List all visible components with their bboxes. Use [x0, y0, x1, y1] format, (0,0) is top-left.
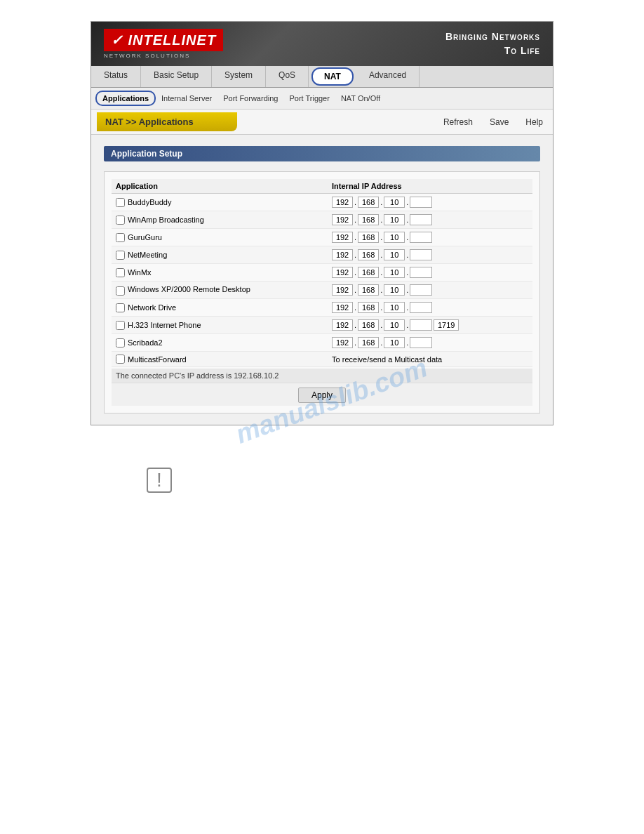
ip4-guruguru[interactable] [410, 232, 432, 243]
ip4-winamp[interactable] [410, 214, 432, 225]
checkbox-winmx[interactable] [116, 268, 125, 277]
checkbox-winxp-rd[interactable] [116, 286, 125, 296]
checkbox-winamp[interactable] [116, 216, 125, 225]
refresh-button[interactable]: Refresh [439, 116, 477, 128]
ip4-netmeeting[interactable] [410, 249, 432, 260]
help-button[interactable]: Help [521, 116, 547, 128]
tab-basic-setup[interactable]: Basic Setup [141, 66, 212, 87]
ip3-nd[interactable] [384, 302, 405, 313]
ip3-winxp[interactable] [384, 284, 405, 296]
apply-row: Apply [112, 383, 532, 406]
section-actions: Refresh Save Help [439, 116, 547, 128]
ip1-scribada2[interactable] [332, 337, 353, 348]
app-name-cell: WinAmp Broadcasting [112, 211, 328, 229]
multicast-desc: To receive/send a Multicast data [328, 352, 532, 367]
ip-cell-scribada2: . . . [328, 334, 532, 352]
app-name-cell: NetMeeting [112, 246, 328, 264]
app-name-cell: Scribada2 [112, 334, 328, 352]
ip2-winxp[interactable] [358, 284, 379, 296]
ip2-nd[interactable] [358, 302, 379, 313]
ip-cell-winxp-rd: . . . [328, 282, 532, 299]
table-row: GuruGuru . . [112, 229, 532, 246]
checkbox-netmeeting[interactable] [116, 251, 125, 260]
apply-button[interactable]: Apply [298, 388, 346, 403]
subnav-applications[interactable]: Applications [95, 91, 156, 106]
tab-qos[interactable]: QoS [266, 66, 309, 87]
ip-cell-network-drive: . . . [328, 299, 532, 317]
table-row: WinAmp Broadcasting . . [112, 211, 532, 229]
table-row: Network Drive . . [112, 299, 532, 317]
header: ✓ INTELLINET NETWORK SOLUTIONS Bringing … [91, 22, 553, 66]
subnav-internal-server[interactable]: Internal Server [156, 92, 217, 105]
ip4-scribada2[interactable] [410, 337, 432, 348]
table-row: MulticastForward To receive/send a Multi… [112, 352, 532, 367]
status-text: The connected PC's IP address is 192.168… [112, 369, 532, 383]
subnav-port-trigger[interactable]: Port Trigger [283, 92, 335, 105]
col-application: Application [112, 179, 328, 194]
ip2-winmx[interactable] [358, 267, 379, 278]
ip1-h323[interactable] [332, 319, 353, 331]
subnav-nat-onoff[interactable]: NAT On/Off [335, 92, 386, 105]
tab-status[interactable]: Status [91, 66, 141, 87]
checkbox-network-drive[interactable] [116, 303, 125, 312]
ip3-winamp[interactable] [384, 214, 405, 225]
ip2-winamp[interactable] [358, 214, 379, 225]
sub-nav: Applications Internal Server Port Forwar… [91, 88, 553, 110]
app-label-guruguru: GuruGuru [128, 233, 162, 241]
ip1-nd[interactable] [332, 302, 353, 313]
ip2-netmeeting[interactable] [358, 249, 379, 260]
ip1-guruguru[interactable] [332, 232, 353, 243]
ip4-h323[interactable] [410, 319, 432, 331]
app-name-cell: BuddyBuddy [112, 194, 328, 211]
ip1-buddybuddy[interactable] [332, 197, 353, 208]
ip-cell-buddybuddy: . . . [328, 194, 532, 211]
checkbox-h323[interactable] [116, 321, 125, 330]
app-label-winxp-rd: Windows XP/2000 Remote Desktop [128, 285, 250, 293]
ip3-guruguru[interactable] [384, 232, 405, 243]
tab-system[interactable]: System [212, 66, 266, 87]
save-button[interactable]: Save [485, 116, 513, 128]
checkbox-scribada2[interactable] [116, 338, 125, 348]
tab-nat[interactable]: NAT [311, 67, 354, 86]
app-name-cell: H.323 Internet Phone [112, 317, 328, 334]
table-row: WinMx . . [112, 264, 532, 282]
subnav-port-forwarding[interactable]: Port Forwarding [217, 92, 283, 105]
ip3-winmx[interactable] [384, 267, 405, 278]
app-label-scribada2: Scribada2 [128, 338, 163, 347]
tagline: Bringing Networks To Life [445, 30, 540, 58]
ip2-guruguru[interactable] [358, 232, 379, 243]
app-name-cell: WinMx [112, 264, 328, 282]
table-row: Windows XP/2000 Remote Desktop . . [112, 282, 532, 299]
ip3-scribada2[interactable] [384, 337, 405, 348]
ip2-scribada2[interactable] [358, 337, 379, 348]
ip1-winmx[interactable] [332, 267, 353, 278]
ip-cell-netmeeting: . . . [328, 246, 532, 264]
ip1-winamp[interactable] [332, 214, 353, 225]
app-label-winmx: WinMx [128, 268, 152, 277]
content-area: Application Setup Application Internal I… [91, 135, 553, 425]
ip3-buddybuddy[interactable] [384, 197, 405, 208]
tab-advanced[interactable]: Advanced [356, 66, 420, 87]
ip2-h323[interactable] [358, 319, 379, 331]
ip4-buddybuddy[interactable] [410, 197, 432, 208]
checkbox-guruguru[interactable] [116, 233, 125, 242]
app-label-buddybuddy: BuddyBuddy [128, 198, 171, 206]
ip4-winmx[interactable] [410, 267, 432, 278]
ip1-winxp[interactable] [332, 284, 353, 296]
app-label-netmeeting: NetMeeting [128, 251, 167, 259]
logo-checkmark: ✓ [111, 32, 123, 48]
app-label-network-drive: Network Drive [128, 303, 176, 312]
table-row: Scribada2 . . [112, 334, 532, 352]
ip1-netmeeting[interactable] [332, 249, 353, 260]
section-header-bar: NAT >> Applications Refresh Save Help [91, 110, 553, 135]
checkbox-multicast[interactable] [116, 355, 125, 364]
ip3-h323[interactable] [384, 319, 405, 331]
ip2-buddybuddy[interactable] [358, 197, 379, 208]
app-name-cell: Windows XP/2000 Remote Desktop [112, 282, 328, 299]
ip4-nd[interactable] [410, 302, 432, 313]
ip-extra-h323[interactable] [434, 319, 459, 331]
app-label-multicast: MulticastForward [128, 355, 187, 364]
ip3-netmeeting[interactable] [384, 249, 405, 260]
ip4-winxp[interactable] [410, 284, 432, 296]
checkbox-buddybuddy[interactable] [116, 198, 125, 207]
